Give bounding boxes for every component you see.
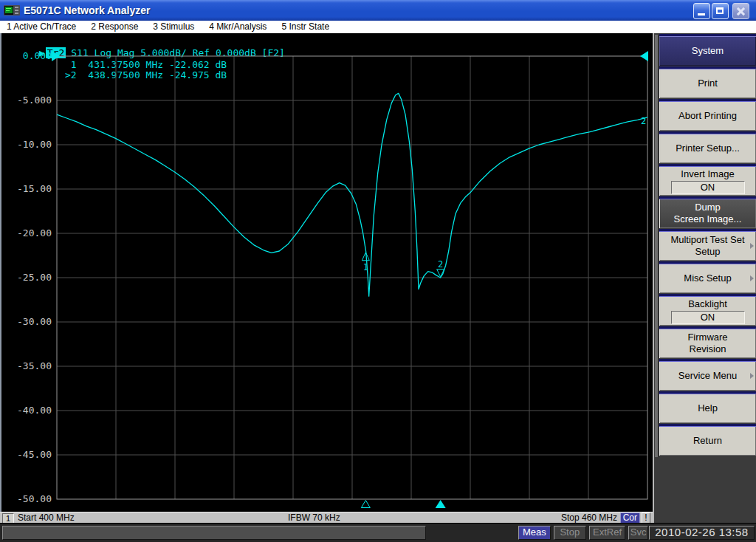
s11-plot: 0.000-5.000-10.00-15.00-20.00-25.00-30.0… bbox=[1, 33, 654, 512]
softkey-multiport-test-set-setup[interactable]: Multiport Test SetSetup bbox=[659, 229, 756, 261]
status-indicator-extref: ExtRef bbox=[589, 526, 626, 540]
trace-end-label: 2 bbox=[641, 116, 646, 126]
softkey-label-2: Setup bbox=[695, 246, 721, 258]
softkey-printer-setup[interactable]: Printer Setup... bbox=[659, 131, 756, 163]
softkey-label: Misc Setup bbox=[684, 272, 731, 284]
softkey-dump-screen-image[interactable]: DumpScreen Image... bbox=[659, 196, 756, 228]
softkey-header-system[interactable]: System bbox=[659, 34, 756, 66]
app-window: E5071C Network Analyzer 1 Active Ch/Trac… bbox=[0, 0, 756, 542]
alert-badge: ! bbox=[642, 512, 650, 524]
message-panel bbox=[2, 526, 426, 540]
softkey-return[interactable]: Return bbox=[659, 424, 756, 456]
reference-level-marker-left bbox=[52, 51, 60, 61]
softkey-list: SystemPrintAbort PrintingPrinter Setup..… bbox=[659, 34, 756, 456]
y-tick-label: -15.00 bbox=[17, 183, 52, 194]
softkey-service-menu[interactable]: Service Menu bbox=[659, 359, 756, 391]
softkey-label: Multiport Test Set bbox=[670, 234, 744, 246]
softkey-backlight[interactable]: BacklightON bbox=[659, 294, 756, 326]
softkey-label: Return bbox=[693, 435, 722, 447]
close-icon bbox=[735, 6, 746, 17]
reference-level-marker-right bbox=[640, 51, 648, 61]
y-tick-label: -10.00 bbox=[17, 139, 52, 150]
y-tick-label: 0.000 bbox=[23, 50, 52, 61]
softkey-scrollbar[interactable] bbox=[655, 35, 659, 457]
y-tick-label: -25.00 bbox=[17, 272, 52, 283]
marker-number: 1 bbox=[363, 262, 368, 272]
correction-badge: Cor bbox=[620, 512, 640, 524]
softkey-sidebar: SystemPrintAbort PrintingPrinter Setup..… bbox=[653, 33, 756, 523]
stop-frequency-label: Stop 460 MHz bbox=[561, 512, 617, 523]
menu-item-3-stimulus[interactable]: 3 Stimulus bbox=[153, 21, 194, 33]
title-bar: E5071C Network Analyzer bbox=[0, 0, 756, 21]
app-icon bbox=[4, 4, 20, 16]
submenu-arrow-icon bbox=[750, 243, 754, 249]
softkey-label: Firmware bbox=[687, 332, 727, 343]
restore-icon bbox=[716, 7, 724, 14]
status-indicator-stop: Stop bbox=[554, 526, 586, 540]
y-tick-label: -35.00 bbox=[17, 360, 52, 371]
status-indicator-meas: Meas bbox=[518, 526, 551, 540]
softkey-toggle-value: ON bbox=[671, 181, 745, 194]
instrument-status-bar: MeasStopExtRefSvc 2010-02-26 13:58 bbox=[0, 523, 756, 542]
softkey-label: Backlight bbox=[688, 298, 727, 310]
softkey-invert-image[interactable]: Invert ImageON bbox=[659, 164, 756, 196]
status-indicator-svc: Svc bbox=[628, 526, 648, 540]
y-tick-label: -40.00 bbox=[17, 405, 52, 416]
start-frequency-label: Start 400 MHz bbox=[18, 512, 75, 523]
softkey-abort-printing[interactable]: Abort Printing bbox=[659, 99, 756, 131]
menu-item-4-mkr-analysis[interactable]: 4 Mkr/Analysis bbox=[209, 21, 267, 33]
stimulus-bar: 1 Start 400 MHz IFBW 70 kHz Stop 460 MHz… bbox=[0, 512, 653, 523]
marker-1-symbol: 1 bbox=[362, 253, 369, 272]
menu-item-2-response[interactable]: 2 Response bbox=[91, 21, 138, 33]
softkey-label: Print bbox=[698, 78, 718, 89]
softkey-toggle-value: ON bbox=[671, 311, 745, 324]
submenu-arrow-icon bbox=[750, 373, 754, 379]
y-tick-label: -30.00 bbox=[17, 316, 52, 327]
softkey-firmware-revision[interactable]: FirmwareRevision bbox=[659, 326, 756, 358]
softkey-label: Printer Setup... bbox=[676, 143, 740, 154]
menu-item-1-active-ch-trace[interactable]: 1 Active Ch/Trace bbox=[7, 21, 76, 33]
softkey-label: System bbox=[692, 45, 724, 57]
marker-1-stimulus-indicator bbox=[361, 501, 370, 508]
softkey-label: Dump bbox=[695, 202, 721, 213]
marker-2-stimulus-indicator bbox=[436, 500, 446, 508]
channel-number: 1 bbox=[2, 513, 14, 524]
y-tick-label: -20.00 bbox=[17, 227, 52, 239]
softkey-misc-setup[interactable]: Misc Setup bbox=[659, 261, 756, 293]
softkey-label: Service Menu bbox=[678, 370, 737, 382]
grid bbox=[57, 56, 647, 499]
restore-button[interactable] bbox=[712, 3, 729, 19]
y-tick-label: -50.00 bbox=[17, 493, 52, 504]
softkey-label-2: Screen Image... bbox=[674, 213, 742, 225]
status-indicators: MeasStopExtRefSvc bbox=[518, 526, 648, 540]
softkey-help[interactable]: Help bbox=[659, 391, 756, 423]
close-button[interactable] bbox=[732, 3, 749, 19]
softkey-label: Abort Printing bbox=[678, 110, 737, 122]
window-title: E5071C Network Analyzer bbox=[24, 0, 150, 21]
ifbw-label: IFBW 70 kHz bbox=[288, 512, 340, 523]
softkey-print[interactable]: Print bbox=[659, 66, 756, 98]
softkey-label: Help bbox=[698, 402, 718, 414]
y-tick-label: -5.000 bbox=[17, 95, 52, 106]
graph-area: ▶Tr2S11 Log Mag 5.000dB/ Ref 0.000dB [F2… bbox=[0, 33, 653, 512]
y-tick-label: -45.00 bbox=[17, 449, 52, 460]
softkey-label-2: Revision bbox=[690, 343, 726, 355]
minimize-button[interactable] bbox=[693, 3, 710, 19]
softkey-label: Invert Image bbox=[681, 168, 734, 180]
menu-item-5-instr-state[interactable]: 5 Instr State bbox=[281, 21, 329, 33]
menu-bar: 1 Active Ch/Trace2 Response3 Stimulus4 M… bbox=[0, 21, 756, 33]
marker-number: 2 bbox=[438, 259, 443, 270]
submenu-arrow-icon bbox=[750, 275, 754, 281]
minimize-icon bbox=[698, 13, 705, 16]
datetime-display: 2010-02-26 13:58 bbox=[649, 526, 755, 540]
